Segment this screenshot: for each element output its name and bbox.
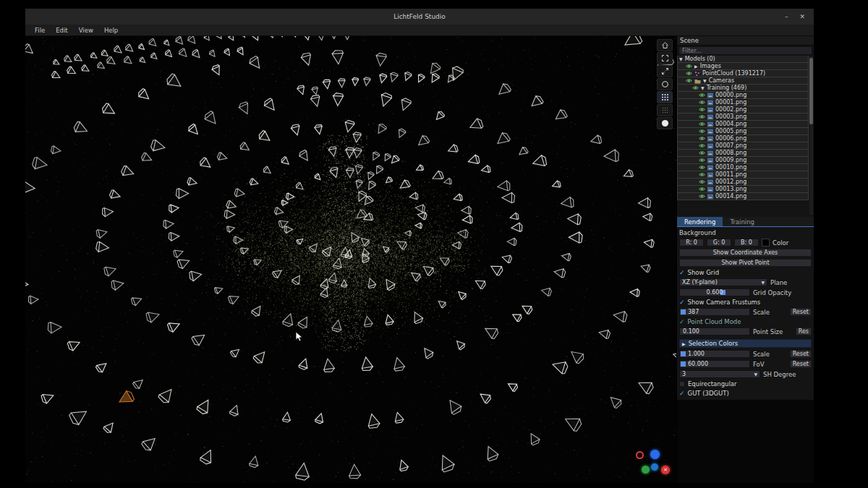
gizmo-axis-1[interactable] [650, 450, 660, 459]
camera-scale-slider[interactable]: 1.000 [679, 350, 750, 358]
visibility-eye-icon[interactable] [699, 136, 705, 141]
filter-input[interactable] [678, 46, 812, 55]
home-icon[interactable] [657, 39, 673, 51]
visibility-eye-icon[interactable] [699, 93, 705, 98]
scrollbar-thumb[interactable] [809, 58, 813, 124]
snap-dots-icon[interactable] [657, 104, 673, 116]
expander-open-icon[interactable]: ▼ [703, 78, 707, 83]
visibility-eye-icon[interactable] [699, 150, 705, 155]
visibility-eye-icon[interactable] [699, 165, 705, 170]
sh-degree-row: 3 ▼ SH Degree [679, 370, 812, 378]
camera-scale-row: 1.000 Scale Reset [679, 350, 812, 358]
background-color-swatch[interactable] [762, 239, 770, 247]
close-button[interactable]: ✕ [799, 13, 805, 20]
show-coordinate-axes-button[interactable]: Show Coordinate Axes [679, 249, 812, 257]
visibility-eye-icon[interactable] [699, 107, 705, 112]
point-cloud-mode-checkbox[interactable]: ✓ Point Cloud Mode [679, 318, 812, 325]
orbit-circle-icon[interactable] [657, 78, 673, 90]
frustum-scale-reset-button[interactable]: Reset [790, 308, 812, 316]
fit-view-icon[interactable] [657, 52, 673, 64]
visibility-eye-icon[interactable] [699, 158, 705, 163]
tree-item-label: 00004.png [715, 121, 746, 127]
background-section-label: Background [679, 229, 812, 236]
scene-tree-scrollbar[interactable] [809, 56, 813, 215]
frustum-scale-value: 387 [680, 309, 749, 316]
image-icon [707, 136, 713, 142]
visibility-eye-icon[interactable] [686, 78, 692, 83]
background-g-field[interactable]: G: 0 [707, 239, 731, 247]
expander-open-icon[interactable]: ▼ [701, 85, 705, 90]
visibility-eye-icon[interactable] [686, 64, 692, 69]
show-grid-checkbox[interactable]: ✓ Show Grid [679, 269, 812, 276]
menubar: File Edit View Help [25, 25, 814, 36]
image-icon [707, 179, 713, 185]
fov-reset-button[interactable]: Reset [790, 360, 812, 368]
gizmo-axis-0[interactable] [636, 451, 644, 459]
fov-slider[interactable]: 60.000 [679, 360, 750, 368]
gizmo-axis-2[interactable] [642, 466, 650, 474]
viewport-canvas[interactable] [25, 36, 676, 483]
visibility-eye-icon[interactable] [699, 121, 705, 127]
background-r-field[interactable]: R: 0 [679, 239, 704, 247]
checkmark-icon: ✓ [679, 390, 685, 397]
background-color-button[interactable]: Color [773, 239, 788, 247]
visibility-eye-icon[interactable] [699, 179, 705, 184]
menu-edit[interactable]: Edit [56, 27, 67, 34]
grid-plane-combo[interactable]: XZ (Y-plane) ▼ [679, 278, 767, 286]
show-pivot-point-button[interactable]: Show Pivot Point [679, 259, 812, 267]
image-icon [707, 165, 713, 171]
show-camera-frustums-checkbox[interactable]: ✓ Show Camera Frustums [679, 299, 812, 306]
image-icon [707, 93, 713, 98]
visibility-eye-icon[interactable] [699, 143, 705, 148]
tree-item-label: 00006.png [715, 135, 746, 142]
show-camera-frustums-label: Show Camera Frustums [688, 299, 761, 306]
expander-closed-icon[interactable]: ▶ [694, 64, 698, 69]
visibility-eye-icon[interactable] [686, 71, 692, 76]
fullscreen-icon[interactable] [657, 65, 673, 77]
grid-opacity-slider[interactable]: 0.600 [679, 288, 750, 296]
tab-training[interactable]: Training [723, 217, 762, 226]
visibility-eye-icon[interactable] [699, 129, 705, 134]
visibility-eye-icon[interactable] [699, 172, 705, 177]
scene-panel-header: Scene [677, 36, 814, 46]
grid-opacity-value: 0.600 [680, 289, 749, 296]
window-title: LichtFeld Studio [25, 13, 814, 20]
background-b-field[interactable]: B: 0 [734, 239, 759, 247]
point-size-slider[interactable]: 0.100 [679, 328, 750, 335]
minimize-button[interactable]: – [785, 13, 788, 20]
image-icon [707, 172, 713, 178]
grid-dots-icon[interactable] [657, 91, 673, 103]
gut-label: GUT (3DGUT) [688, 390, 729, 397]
gut-checkbox[interactable]: ✓ GUT (3DGUT) [679, 390, 812, 397]
point-size-reset-button[interactable]: Res [796, 328, 812, 335]
menu-help[interactable]: Help [104, 27, 118, 34]
point-size-row: 0.100 Point Size Res [679, 328, 812, 335]
frustum-scale-slider[interactable]: 387 [679, 308, 750, 316]
image-icon [707, 158, 713, 163]
visibility-eye-icon[interactable] [699, 194, 705, 199]
camera-scale-reset-button[interactable]: Reset [790, 350, 812, 358]
viewport-3d[interactable]: ✕ [25, 36, 676, 483]
visibility-eye-icon[interactable] [699, 187, 705, 192]
show-grid-label: Show Grid [688, 269, 719, 276]
sh-degree-combo[interactable]: 3 ▼ [679, 370, 760, 378]
equirectangular-checkbox[interactable]: Equirectangular [679, 380, 812, 388]
gizmo-axis-3[interactable] [651, 463, 658, 471]
fov-label: FoV [753, 361, 765, 368]
checkmark-icon: ✓ [679, 319, 685, 325]
selection-colors-section[interactable]: ▶ Selection Colors [679, 339, 812, 348]
axis-gizmo[interactable]: ✕ [634, 450, 672, 477]
visibility-eye-icon[interactable] [692, 85, 699, 90]
tree-item-file[interactable]: 00014.png [677, 192, 809, 200]
gizmo-axis-4[interactable]: ✕ [661, 466, 670, 474]
tree-item-label: Training (469) [707, 85, 747, 91]
visibility-eye-icon[interactable] [699, 100, 705, 105]
sphere-icon[interactable] [657, 117, 673, 129]
tab-rendering[interactable]: Rendering [677, 217, 723, 226]
menu-file[interactable]: File [35, 27, 45, 34]
menu-view[interactable]: View [79, 27, 93, 34]
grid-plane-label: Plane [770, 279, 787, 286]
visibility-eye-icon[interactable] [699, 114, 705, 119]
tree-item-label: Images [700, 63, 721, 69]
expander-open-icon[interactable]: ▼ [679, 56, 683, 61]
